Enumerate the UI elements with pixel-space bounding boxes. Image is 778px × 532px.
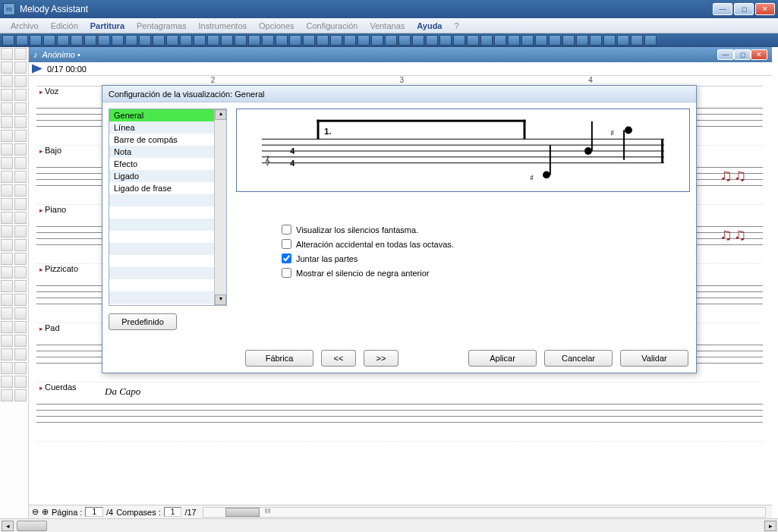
doc-minimize-button[interactable]: — bbox=[717, 49, 734, 60]
palette-tool[interactable] bbox=[1, 75, 13, 87]
toolbar-button[interactable] bbox=[317, 35, 329, 46]
menu-edición[interactable]: Edición bbox=[45, 20, 84, 32]
menu-?[interactable]: ? bbox=[449, 20, 465, 32]
palette-tool[interactable] bbox=[14, 266, 27, 279]
palette-tool[interactable] bbox=[1, 376, 13, 388]
palette-tool[interactable] bbox=[14, 253, 27, 265]
toolbar-button[interactable] bbox=[166, 35, 178, 46]
palette-tool[interactable] bbox=[1, 266, 13, 279]
palette-tool[interactable] bbox=[14, 362, 27, 374]
toolbar-button[interactable] bbox=[576, 35, 588, 46]
palette-tool[interactable] bbox=[14, 130, 27, 142]
scroll-thumb[interactable] bbox=[17, 521, 47, 531]
category-item[interactable]: General bbox=[109, 109, 226, 121]
toolbar-button[interactable] bbox=[603, 35, 616, 46]
toolbar-button[interactable] bbox=[344, 35, 356, 46]
doc-close-button[interactable]: ✕ bbox=[751, 49, 767, 60]
option-checkbox[interactable] bbox=[282, 239, 291, 249]
toolbar-button[interactable] bbox=[30, 35, 42, 46]
palette-tool[interactable] bbox=[14, 157, 27, 169]
palette-tool[interactable] bbox=[14, 348, 27, 360]
factory-button[interactable]: Fábrica bbox=[245, 350, 313, 367]
palette-tool[interactable] bbox=[14, 171, 27, 183]
category-item[interactable]: Ligado bbox=[109, 170, 226, 182]
palette-tool[interactable] bbox=[1, 198, 13, 210]
toolbar-button[interactable] bbox=[2, 35, 14, 46]
toolbar-button[interactable] bbox=[358, 35, 370, 46]
palette-tool[interactable] bbox=[1, 239, 13, 251]
toolbar-button[interactable] bbox=[43, 35, 55, 46]
prev-button[interactable]: << bbox=[321, 350, 356, 367]
palette-tool[interactable] bbox=[1, 116, 13, 128]
toolbar-button[interactable] bbox=[453, 35, 465, 46]
palette-tool[interactable] bbox=[1, 348, 13, 360]
toolbar-button[interactable] bbox=[289, 35, 301, 46]
page-current-field[interactable]: 1 bbox=[85, 507, 103, 517]
category-item[interactable]: Efecto bbox=[109, 158, 226, 170]
toolbar-button[interactable] bbox=[590, 35, 602, 46]
scroll-right-icon[interactable]: ▸ bbox=[764, 521, 776, 531]
list-scrollbar[interactable]: ▴ ▾ bbox=[214, 109, 226, 305]
palette-tool[interactable] bbox=[1, 102, 13, 115]
maximize-button[interactable]: ◻ bbox=[734, 3, 754, 15]
category-item[interactable]: Ligado de frase bbox=[109, 182, 226, 194]
category-item[interactable]: Nota bbox=[109, 146, 226, 158]
palette-tool[interactable] bbox=[14, 376, 27, 388]
palette-tool[interactable] bbox=[1, 280, 13, 292]
toolbar-button[interactable] bbox=[16, 35, 28, 46]
play-button[interactable] bbox=[32, 65, 43, 74]
option-row[interactable]: Visualizar los silencios fantasma. bbox=[282, 222, 644, 237]
palette-tool[interactable] bbox=[1, 130, 13, 142]
palette-tool[interactable] bbox=[1, 362, 13, 374]
palette-tool[interactable] bbox=[1, 307, 13, 320]
toolbar-button[interactable] bbox=[549, 35, 561, 46]
toolbar-button[interactable] bbox=[84, 35, 96, 46]
close-button[interactable]: ✕ bbox=[755, 3, 775, 15]
toolbar-button[interactable] bbox=[276, 35, 288, 46]
toolbar-button[interactable] bbox=[153, 35, 165, 46]
palette-tool[interactable] bbox=[14, 335, 27, 347]
toolbar-button[interactable] bbox=[398, 35, 411, 46]
category-item[interactable]: Barre de compás bbox=[109, 134, 226, 146]
palette-tool[interactable] bbox=[1, 335, 13, 347]
palette-tool[interactable] bbox=[14, 212, 27, 224]
palette-tool[interactable] bbox=[1, 253, 13, 265]
palette-tool[interactable] bbox=[14, 307, 27, 320]
menu-configuración[interactable]: Configuración bbox=[301, 20, 364, 32]
option-row[interactable]: Juntar las partes bbox=[282, 251, 644, 266]
toolbar-button[interactable] bbox=[439, 35, 452, 46]
toolbar-button[interactable] bbox=[221, 35, 233, 46]
category-item[interactable]: Línea bbox=[109, 121, 226, 134]
palette-tool[interactable] bbox=[14, 225, 27, 238]
option-checkbox[interactable] bbox=[282, 225, 291, 235]
doc-maximize-button[interactable]: ◻ bbox=[734, 49, 751, 60]
toolbar-button[interactable] bbox=[508, 35, 520, 46]
menu-opciones[interactable]: Opciones bbox=[253, 20, 300, 32]
menu-ayuda[interactable]: Ayuda bbox=[411, 20, 448, 32]
palette-tool[interactable] bbox=[1, 143, 13, 156]
toolbar-button[interactable] bbox=[262, 35, 274, 46]
toolbar-button[interactable] bbox=[112, 35, 124, 46]
palette-tool[interactable] bbox=[1, 225, 13, 238]
toolbar-button[interactable] bbox=[467, 35, 479, 46]
palette-tool[interactable] bbox=[14, 89, 27, 101]
zoom-out-icon[interactable]: ⊖ bbox=[32, 507, 39, 517]
palette-tool[interactable] bbox=[1, 184, 13, 197]
toolbar-button[interactable] bbox=[303, 35, 315, 46]
toolbar-button[interactable] bbox=[125, 35, 137, 46]
palette-tool[interactable] bbox=[14, 389, 27, 401]
option-row[interactable]: Mostrar el silencio de negra anterior bbox=[282, 266, 644, 280]
toolbar-button[interactable] bbox=[139, 35, 151, 46]
toolbar-button[interactable] bbox=[98, 35, 110, 46]
toolbar-button[interactable] bbox=[194, 35, 206, 46]
palette-tool[interactable] bbox=[14, 75, 27, 87]
toolbar-button[interactable] bbox=[631, 35, 643, 46]
app-horizontal-scrollbar[interactable]: ◂ ▸ bbox=[0, 518, 778, 532]
palette-tool[interactable] bbox=[1, 389, 13, 401]
palette-tool[interactable] bbox=[14, 184, 27, 197]
zoom-in-icon[interactable]: ⊕ bbox=[42, 507, 49, 517]
palette-tool[interactable] bbox=[1, 157, 13, 169]
option-row[interactable]: Alteración accidental en todas las octav… bbox=[282, 237, 644, 251]
palette-tool[interactable] bbox=[14, 280, 27, 292]
toolbar-button[interactable] bbox=[535, 35, 547, 46]
